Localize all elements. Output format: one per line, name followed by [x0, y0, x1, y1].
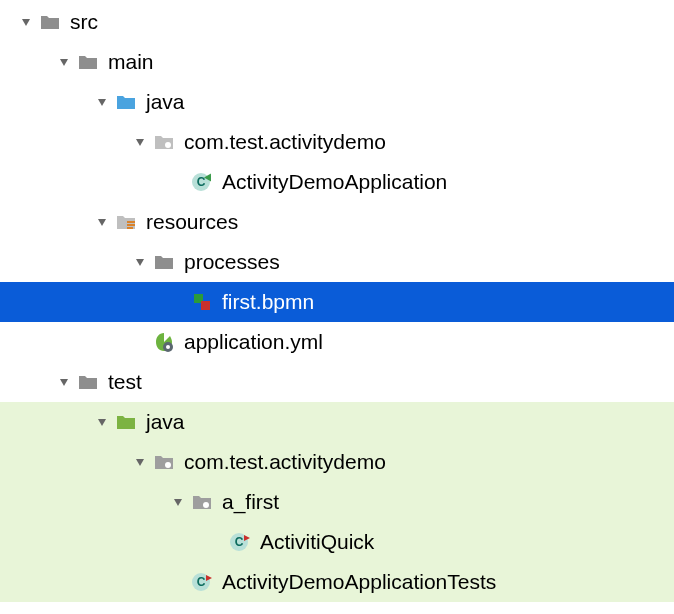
svg-rect-7	[201, 301, 210, 310]
chevron-down-icon[interactable]	[170, 494, 186, 510]
tree-node-main[interactable]: main	[0, 42, 674, 82]
tree-label: src	[68, 10, 98, 34]
svg-point-0	[165, 142, 171, 148]
svg-point-9	[166, 345, 170, 349]
tree-label: main	[106, 50, 154, 74]
chevron-down-icon[interactable]	[56, 54, 72, 70]
chevron-down-icon[interactable]	[94, 214, 110, 230]
resources-folder-icon	[114, 210, 138, 234]
class-run-icon: C	[228, 530, 252, 554]
tree-node-first-bpmn[interactable]: first.bpmn	[0, 282, 674, 322]
folder-icon	[76, 50, 100, 74]
tree-node-app-tests[interactable]: C ActivityDemoApplicationTests	[0, 562, 674, 602]
tree-node-a-first[interactable]: a_first	[0, 482, 674, 522]
folder-icon	[38, 10, 62, 34]
tree-label: com.test.activitydemo	[182, 130, 386, 154]
folder-icon	[76, 370, 100, 394]
tree-label: a_first	[220, 490, 279, 514]
tree-label: first.bpmn	[220, 290, 314, 314]
tree-label: application.yml	[182, 330, 323, 354]
project-tree: src main java com.test.activitydemo C Ac…	[0, 0, 674, 602]
tree-label: com.test.activitydemo	[182, 450, 386, 474]
chevron-down-icon[interactable]	[94, 414, 110, 430]
svg-text:C: C	[235, 535, 244, 549]
package-icon	[190, 490, 214, 514]
class-run-icon: C	[190, 170, 214, 194]
tree-label: ActivityDemoApplicationTests	[220, 570, 496, 594]
svg-point-11	[203, 502, 209, 508]
chevron-down-icon[interactable]	[132, 254, 148, 270]
tree-label: java	[144, 90, 185, 114]
svg-rect-5	[127, 227, 133, 229]
tree-label: ActivitiQuick	[258, 530, 374, 554]
tree-node-src[interactable]: src	[0, 2, 674, 42]
chevron-down-icon[interactable]	[56, 374, 72, 390]
package-icon	[152, 130, 176, 154]
tree-label: java	[144, 410, 185, 434]
svg-rect-3	[127, 221, 135, 223]
svg-text:C: C	[197, 575, 206, 589]
tree-label: resources	[144, 210, 238, 234]
tree-node-java-main[interactable]: java	[0, 82, 674, 122]
tree-node-package-test[interactable]: com.test.activitydemo	[0, 442, 674, 482]
package-icon	[152, 450, 176, 474]
bpmn-file-icon	[190, 290, 214, 314]
tree-node-application-yml[interactable]: application.yml	[0, 322, 674, 362]
folder-icon	[152, 250, 176, 274]
chevron-down-icon[interactable]	[94, 94, 110, 110]
tree-node-java-test[interactable]: java	[0, 402, 674, 442]
source-folder-icon	[114, 90, 138, 114]
tree-label: ActivityDemoApplication	[220, 170, 447, 194]
class-run-icon: C	[190, 570, 214, 594]
chevron-down-icon[interactable]	[18, 14, 34, 30]
svg-rect-4	[127, 224, 135, 226]
tree-node-processes[interactable]: processes	[0, 242, 674, 282]
spring-config-icon	[152, 330, 176, 354]
tree-node-package-main[interactable]: com.test.activitydemo	[0, 122, 674, 162]
svg-point-10	[165, 462, 171, 468]
tree-node-app-main[interactable]: C ActivityDemoApplication	[0, 162, 674, 202]
chevron-down-icon[interactable]	[132, 134, 148, 150]
tree-node-test[interactable]: test	[0, 362, 674, 402]
tree-label: processes	[182, 250, 280, 274]
tree-node-activiti-quick[interactable]: C ActivitiQuick	[0, 522, 674, 562]
svg-text:C: C	[197, 175, 206, 189]
chevron-down-icon[interactable]	[132, 454, 148, 470]
test-source-folder-icon	[114, 410, 138, 434]
tree-label: test	[106, 370, 142, 394]
tree-node-resources[interactable]: resources	[0, 202, 674, 242]
